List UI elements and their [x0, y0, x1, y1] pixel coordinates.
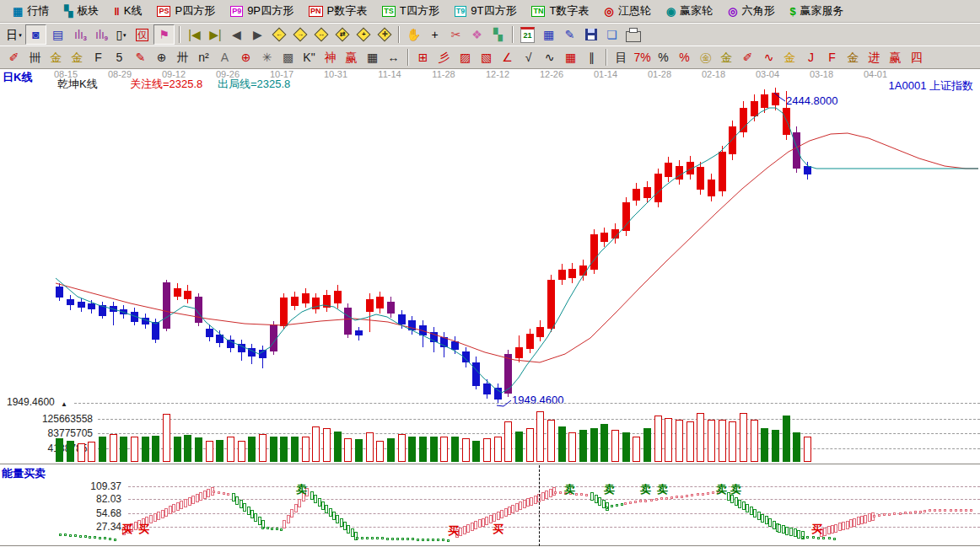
red-crosshair-icon[interactable]: ⊕ — [236, 48, 256, 67]
menu-p-table[interactable]: PNP数字表 — [301, 3, 374, 19]
fence-icon[interactable]: 卅 — [173, 48, 192, 67]
stats-icon[interactable]: 目 — [611, 48, 631, 67]
volume-bar — [536, 411, 544, 462]
block-tool-button[interactable]: ▚ — [488, 25, 508, 44]
circle-grid-icon[interactable]: ⊕ — [152, 48, 171, 67]
period-day-button[interactable]: 日▾ — [4, 25, 24, 44]
prev-button[interactable]: ◀ — [227, 25, 246, 44]
ladder-grid-icon[interactable]: 卌 — [25, 48, 45, 67]
gold-lines-icon[interactable]: 金 — [717, 48, 736, 67]
data-table-button[interactable]: ▦ — [539, 25, 558, 44]
parallel-icon[interactable]: ∥ — [582, 48, 601, 67]
check-line-icon[interactable]: √ — [519, 48, 538, 67]
t-percent-icon[interactable]: 7% — [633, 48, 652, 67]
f10-info-button[interactable]: ▤ — [48, 25, 67, 44]
menu-winner-wheel[interactable]: ◉赢家轮 — [659, 3, 720, 19]
next-button[interactable]: ▶ — [248, 25, 267, 44]
gold-circle-icon[interactable]: ㊎ — [696, 48, 715, 67]
merge-k-button[interactable]: 仅 — [132, 25, 152, 44]
menu-kline-label: K线 — [124, 3, 143, 19]
crosshair-button[interactable]: + — [425, 25, 444, 44]
memo-button[interactable]: ✎ — [560, 25, 579, 44]
n2-icon[interactable]: n² — [194, 48, 213, 67]
pen-bars-icon[interactable]: ✐ — [738, 48, 757, 67]
menu-winner-service[interactable]: $赢家服务 — [782, 3, 851, 19]
save-button[interactable] — [581, 25, 600, 44]
menu-9t-square[interactable]: T99T四方形 — [447, 3, 525, 19]
zoom-all-button[interactable]: ✛ — [374, 25, 394, 44]
menu-gann-wheel[interactable]: ◎江恩轮 — [596, 3, 658, 19]
rays-icon[interactable]: 彡 — [434, 48, 454, 67]
candle-body — [451, 341, 459, 350]
menu-hexagon[interactable]: ◎六角形 — [720, 3, 782, 19]
ying-line-icon[interactable]: 赢 — [886, 48, 905, 67]
candle-body — [67, 299, 74, 305]
p9-mini-chart-button[interactable]: ılı9 — [90, 25, 110, 44]
f-grid-icon[interactable]: F — [89, 48, 108, 67]
flag-chart-button[interactable]: ⚑ — [153, 24, 175, 45]
expand-x-button[interactable]: → — [290, 25, 310, 44]
volume-bar — [600, 424, 608, 462]
grid-123-icon[interactable]: ▦ — [363, 48, 382, 67]
print-button[interactable] — [623, 25, 643, 44]
h-span-icon[interactable]: ↔ — [384, 48, 403, 67]
last-page-button[interactable]: ▶| — [206, 25, 225, 44]
five-grid-icon[interactable]: 5 — [110, 48, 129, 67]
red-grid-icon[interactable]: ▦ — [561, 48, 580, 67]
jin-line-icon[interactable]: 进 — [864, 48, 884, 67]
energy-dot — [79, 535, 82, 538]
energy-bar — [235, 496, 239, 505]
gold-line-icon[interactable]: 金 — [843, 48, 863, 67]
web-box-icon[interactable]: ▩ — [278, 48, 298, 67]
menu-t-square[interactable]: TST四方形 — [374, 3, 446, 19]
pan-hand-button[interactable]: ✋ — [404, 25, 423, 44]
k-line-icon[interactable]: K" — [299, 48, 319, 67]
gold2-icon[interactable]: 金 — [780, 48, 800, 67]
calendar-21-button[interactable]: 21 — [518, 25, 537, 44]
ying-icon[interactable]: 赢 — [342, 48, 361, 67]
gold-grid-icon[interactable]: 金 — [46, 48, 66, 67]
hatch-box-icon[interactable]: ▨ — [455, 48, 475, 67]
percent-lines-icon[interactable]: % — [675, 48, 694, 67]
shen-icon[interactable]: 神 — [320, 48, 340, 67]
a-wave-icon[interactable]: ∿ — [759, 48, 778, 67]
red-pen-icon[interactable]: ✎ — [131, 48, 150, 67]
menu-quotes[interactable]: ▦行情 — [5, 3, 57, 19]
energy-dot — [437, 539, 439, 541]
volume-bar — [676, 420, 683, 462]
f-line-icon[interactable]: F — [822, 48, 842, 67]
cut-tool-button[interactable]: ✂ — [446, 25, 466, 44]
menu-9p-square[interactable]: P99P四方形 — [223, 3, 301, 19]
zoom-in-button[interactable]: + — [353, 25, 373, 44]
angle-a-icon[interactable]: A — [215, 48, 234, 67]
star-box-icon[interactable]: ✳ — [257, 48, 277, 67]
candle-body — [472, 362, 480, 386]
expand-both-button[interactable]: ↔ — [311, 25, 331, 44]
menu-p-square[interactable]: PSP四方形 — [149, 3, 223, 19]
si-line-icon[interactable]: 四 — [907, 48, 926, 67]
candle-style-button[interactable]: ▯▾ — [111, 25, 131, 44]
angle-line-icon[interactable]: ∠ — [498, 48, 517, 67]
volume-bar — [515, 432, 523, 462]
percent-icon[interactable]: % — [654, 48, 673, 67]
first-page-button[interactable]: |◀ — [185, 25, 204, 44]
export-button[interactable]: ❏ — [602, 25, 622, 44]
menu-t-table[interactable]: TNT数字表 — [524, 3, 596, 19]
gann-tool-button[interactable]: ❖ — [467, 25, 487, 44]
swap-x-button[interactable]: ⇄ — [332, 25, 352, 44]
zone-chart-button[interactable]: ◙ — [25, 24, 46, 45]
menu-kline[interactable]: ‖K线 — [106, 3, 149, 19]
hatch-box2-icon[interactable]: ▧ — [477, 48, 496, 67]
gann-pen-icon[interactable]: ✐ — [4, 48, 24, 67]
shrink-x-button[interactable]: ← — [269, 25, 288, 44]
red-box-icon[interactable]: ⊞ — [413, 48, 433, 67]
volume-bar — [238, 441, 245, 462]
menu-sectors[interactable]: ▚板块 — [57, 3, 106, 19]
gold-grid2-icon[interactable]: 金 — [67, 48, 87, 67]
wave-icon[interactable]: ∿ — [540, 48, 559, 67]
menu-gann-wheel-label: 江恩轮 — [618, 3, 651, 19]
j-line-icon[interactable]: J — [801, 48, 821, 67]
p3-mini-chart-button[interactable]: ılı3 — [69, 25, 89, 44]
period-label[interactable]: 日K线 — [3, 70, 32, 85]
menu-p-table-label: P数字表 — [327, 3, 368, 19]
